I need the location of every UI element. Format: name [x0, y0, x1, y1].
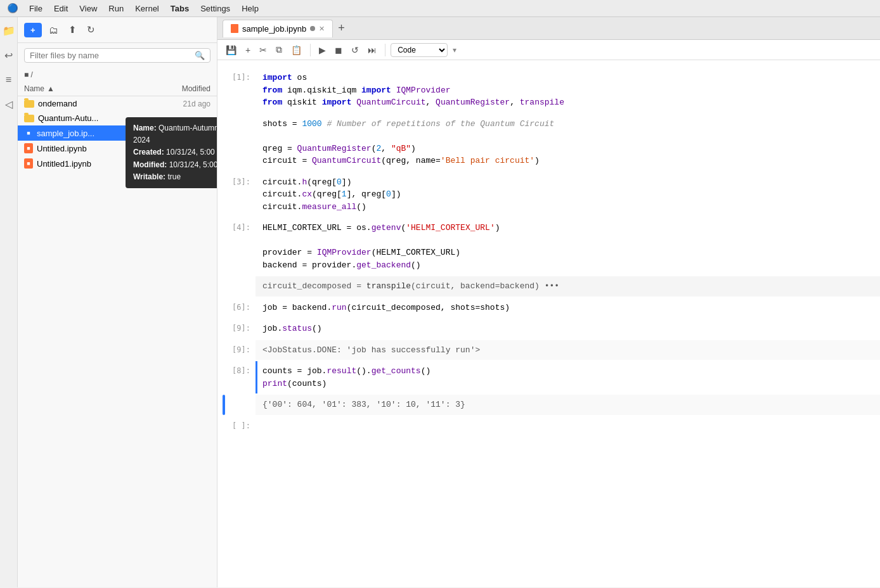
cell-code-8[interactable]: counts = job.result().get_counts() print… [256, 361, 880, 393]
list-item[interactable]: Quantum-Autu... Name: Quantum-Autumn-Sch… [18, 111, 217, 125]
sidebar: + 🗂 ⬆ ↻ 🔍 ■ / Name ▲ Modified [18, 17, 217, 587]
search-icon: 🔍 [195, 51, 205, 60]
cell-prompt-6: [6]: [217, 298, 256, 318]
file-modified: 21d ago [166, 99, 210, 108]
restart-run-button[interactable]: ⏭ [365, 43, 380, 57]
notebook-toolbar: 💾 + ✂ ⧉ 📋 ▶ ◼ ↺ ⏭ Code Markdown Raw ▾ [217, 40, 880, 60]
nav-icon-3[interactable]: ≡ [3, 72, 14, 88]
cell-code-2[interactable]: shots = 1000 # Number of repetitions of … [256, 114, 880, 171]
cell-code-5[interactable]: circuit_decomposed = transpile(circuit, … [256, 276, 880, 297]
menu-settings[interactable]: Settings [200, 4, 230, 13]
content-area: 📁 ↩ ≡ ◁ + 🗂 ⬆ ↻ 🔍 ■ / N [0, 17, 880, 587]
left-icon-strip: 📁 ↩ ≡ ◁ [0, 17, 18, 587]
file-name: Untitled1.ipynb [37, 159, 166, 169]
cell-5: circuit_decomposed = transpile(circuit, … [217, 276, 880, 297]
file-list-header: Name ▲ Modified [18, 82, 217, 96]
menu-file[interactable]: File [29, 4, 42, 13]
nav-icon-4[interactable]: ◁ [3, 96, 15, 113]
folder-icon[interactable]: 📁 [0, 22, 18, 39]
new-file-button[interactable]: + [24, 23, 42, 37]
nav-icon-2[interactable]: ↩ [2, 47, 15, 64]
file-name: Untitled.ipynb [37, 144, 166, 153]
upload-button[interactable]: ⬆ [65, 22, 80, 37]
cell-8-output: {'00': 604, '01': 383, '10': 10, '11': 3… [217, 395, 880, 415]
search-box: 🔍 [24, 48, 210, 63]
list-item[interactable]: ondemand 21d ago [18, 96, 217, 111]
column-name-header[interactable]: Name ▲ [24, 84, 153, 93]
list-item[interactable]: ■ Untitled1.ipynb 8d ago [18, 156, 217, 171]
list-item[interactable]: ■ sample_job.ip... [18, 125, 217, 141]
toolbar-divider-2 [385, 44, 385, 56]
cell-code-4[interactable]: HELMI_CORTEX_URL = os.getenv('HELMI_CORT… [256, 218, 880, 275]
app: 📁 ↩ ≡ ◁ + 🗂 ⬆ ↻ 🔍 ■ / N [0, 17, 880, 587]
tab-close-button[interactable]: ✕ [319, 25, 325, 33]
cell-prompt-8: [8]: [217, 361, 256, 393]
cell-prompt-8out [217, 395, 256, 415]
file-modified: 8d ago [166, 144, 210, 153]
notebook-icon: ■ [24, 143, 33, 153]
cut-button[interactable]: ✂ [256, 43, 270, 57]
cell-prompt-2 [217, 114, 256, 171]
cell-code-1[interactable]: import os from iqm.qiskit_iqm import IQM… [256, 68, 880, 113]
file-name: Quantum-Autu... [38, 113, 166, 123]
cell-prompt-3: [3]: [217, 172, 256, 217]
editor-area: sample_job.ipynb ✕ + 💾 + ✂ ⧉ 📋 ▶ ◼ ↺ ⏭ [217, 17, 880, 587]
cell-9b-output: [9]: <JobStatus.DONE: 'job has successfu… [217, 340, 880, 361]
cell-code-3[interactable]: circuit.h(qreg[0]) circuit.cx(qreg[1], q… [256, 172, 880, 217]
list-item[interactable]: ■ Untitled.ipynb 8d ago [18, 141, 217, 156]
cell-code-empty[interactable] [256, 416, 880, 431]
file-list: ondemand 21d ago Quantum-Autu... Name: Q… [18, 96, 217, 587]
cell-1: [1]: import os from iqm.qiskit_iqm impor… [217, 68, 880, 113]
cell-prompt-9a: [9]: [217, 319, 256, 339]
cell-type-select[interactable]: Code Markdown Raw [391, 43, 448, 57]
copy-button[interactable]: ⧉ [273, 42, 285, 57]
toolbar-divider-1 [310, 44, 311, 56]
sort-icon: ▲ [47, 84, 55, 93]
file-name: sample_job.ip... [37, 129, 166, 138]
refresh-button[interactable]: ↻ [84, 22, 98, 37]
tab-notebook-icon [231, 24, 238, 33]
stop-button[interactable]: ◼ [332, 43, 346, 57]
cell-3: [3]: circuit.h(qreg[0]) circuit.cx(qreg[… [217, 172, 880, 217]
folder-icon [24, 115, 34, 122]
menu-tabs[interactable]: Tabs [171, 4, 189, 13]
save-button[interactable]: 💾 [223, 43, 240, 57]
cell-output-9b: <JobStatus.DONE: 'job has successfully r… [256, 340, 880, 361]
new-tab-button[interactable]: + [334, 22, 349, 35]
notebook-icon-selected: ■ [24, 128, 33, 138]
restart-button[interactable]: ↺ [348, 43, 362, 57]
cell-code-6[interactable]: job = backend.run(circuit_decomposed, sh… [256, 298, 880, 318]
column-modified-header[interactable]: Modified [153, 84, 210, 93]
menu-run[interactable]: Run [108, 4, 124, 13]
cell-type-chevron: ▾ [453, 46, 456, 54]
run-button[interactable]: ▶ [316, 43, 329, 57]
tooltip-writable: Writable: true [133, 171, 217, 183]
tab-sample-job[interactable]: sample_job.ipynb ✕ [223, 20, 333, 37]
cell-4: [4]: HELMI_CORTEX_URL = os.getenv('HELMI… [217, 218, 880, 275]
paste-button[interactable]: 📋 [288, 43, 305, 57]
menu-kernel[interactable]: Kernel [135, 4, 159, 13]
cell-prompt-1: [1]: [217, 68, 256, 113]
tab-filename: sample_job.ipynb [242, 24, 306, 34]
menu-view[interactable]: View [79, 4, 97, 13]
menubar: 🔵 File Edit View Run Kernel Tabs Setting… [0, 0, 880, 17]
cell-prompt-4: [4]: [217, 218, 256, 275]
notebook-icon: ■ [24, 158, 33, 169]
file-name: ondemand [38, 99, 166, 108]
cell-2: shots = 1000 # Number of repetitions of … [217, 114, 880, 171]
cell-code-9a[interactable]: job.status() [256, 319, 880, 339]
cell-prompt-empty: [ ]: [217, 416, 256, 431]
add-cell-button[interactable]: + [242, 43, 254, 57]
cell-9a: [9]: job.status() [217, 319, 880, 339]
menu-edit[interactable]: Edit [54, 4, 68, 13]
folder-icon [24, 100, 34, 108]
search-input[interactable] [30, 51, 195, 60]
cell-8: [8]: counts = job.result().get_counts() … [217, 361, 880, 393]
file-modified: 8d ago [166, 159, 210, 168]
app-logo: 🔵 [8, 3, 18, 13]
menu-help[interactable]: Help [242, 4, 259, 13]
cell-prompt-5 [217, 276, 256, 297]
cell-empty: [ ]: [217, 416, 880, 431]
folder-button[interactable]: 🗂 [46, 23, 61, 37]
cell-output-8: {'00': 604, '01': 383, '10': 10, '11': 3… [256, 395, 880, 415]
